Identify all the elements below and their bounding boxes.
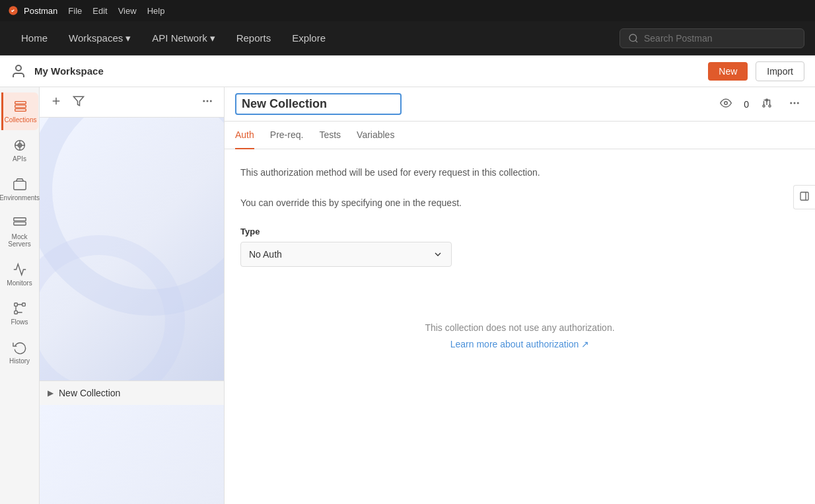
apis-icon [13, 138, 27, 153]
import-button[interactable]: Import [756, 61, 804, 81]
auth-type-select[interactable]: No Auth [240, 242, 452, 267]
main-content: 0 Auth Pre-req. Tests Variables [225, 87, 815, 504]
tab-auth[interactable]: Auth [235, 122, 254, 149]
svg-rect-10 [13, 218, 25, 221]
svg-point-3 [16, 65, 21, 71]
tab-variables[interactable]: Variables [357, 122, 394, 149]
sidebar-item-monitors[interactable]: Monitors [1, 256, 38, 293]
sidebar-label-collections: Collections [5, 116, 37, 124]
monitors-icon [13, 262, 27, 277]
no-auth-info: This collection does not use any authori… [240, 320, 799, 353]
sidebar-item-apis[interactable]: APIs [1, 131, 38, 169]
sidebar-label-environments: Environments [0, 194, 40, 201]
svg-marker-17 [74, 96, 84, 106]
nav-reports[interactable]: Reports [226, 21, 282, 55]
collection-title-input[interactable] [235, 93, 402, 115]
auth-type-value: No Auth [249, 249, 282, 260]
sidebar-item-history[interactable]: History [1, 334, 38, 371]
filter-button[interactable] [70, 92, 87, 112]
svg-rect-5 [15, 105, 26, 108]
fork-icon [761, 97, 773, 109]
type-label: Type [240, 227, 799, 236]
collection-bottom-background [40, 405, 224, 504]
nav-api-network[interactable]: API Network ▾ [141, 21, 225, 55]
svg-point-26 [794, 102, 795, 104]
user-icon [11, 63, 26, 79]
menu-help[interactable]: Help [147, 6, 165, 16]
sidebar-label-history: History [9, 357, 30, 365]
svg-point-25 [791, 102, 792, 104]
collection-empty-background [40, 118, 224, 380]
more-actions-button[interactable] [785, 93, 804, 115]
search-input[interactable] [644, 33, 796, 44]
sidebar-item-collections[interactable]: Collections [1, 92, 38, 130]
nav-explore[interactable]: Explore [281, 21, 336, 55]
tab-prereq[interactable]: Pre-req. [270, 122, 304, 149]
svg-rect-9 [13, 181, 25, 190]
svg-rect-11 [13, 222, 25, 225]
more-options-button[interactable] [199, 92, 216, 112]
panel-icon [799, 191, 810, 201]
menu-view[interactable]: View [118, 6, 137, 16]
history-icon [13, 340, 27, 355]
more-horizontal-icon [789, 97, 800, 109]
chevron-right-icon: ▶ [48, 388, 53, 398]
svg-point-21 [725, 102, 728, 105]
sidebar-label-apis: APIs [13, 155, 26, 162]
list-item[interactable]: ▶ New Collection [40, 380, 224, 405]
sidebar-item-flows[interactable]: Flows [1, 295, 38, 332]
collection-item-name: New Collection [59, 388, 120, 398]
search-bar[interactable] [620, 28, 804, 48]
svg-rect-12 [14, 303, 17, 306]
type-section: Type No Auth [240, 227, 799, 267]
filter-icon [73, 95, 85, 107]
sidebar: Collections APIs Environments Mock Serve… [0, 87, 40, 504]
svg-point-1 [629, 34, 637, 42]
watch-button[interactable] [716, 93, 736, 115]
fork-button[interactable] [757, 93, 777, 115]
mock-servers-icon [13, 216, 27, 231]
workspace-name: My Workspace [34, 65, 700, 77]
app-logo [8, 5, 18, 16]
nav-home[interactable]: Home [11, 21, 58, 55]
content-body: This authorization method will be used f… [225, 149, 815, 504]
right-panel-toggle[interactable] [793, 185, 815, 209]
svg-point-20 [211, 100, 212, 102]
svg-point-23 [769, 105, 771, 107]
editor-tabs: Auth Pre-req. Tests Variables [225, 122, 815, 149]
svg-point-19 [207, 100, 208, 102]
main-layout: Collections APIs Environments Mock Serve… [0, 87, 815, 504]
svg-point-18 [203, 100, 205, 102]
chevron-down-icon: ▾ [125, 32, 131, 44]
svg-rect-14 [14, 311, 17, 314]
sidebar-label-mock-servers: Mock Servers [4, 233, 36, 248]
app-name: Postman [24, 6, 57, 16]
svg-point-22 [763, 105, 765, 107]
add-collection-button[interactable] [48, 92, 65, 112]
titlebar-menus: File Edit View Help [63, 6, 170, 16]
tab-tests[interactable]: Tests [319, 122, 341, 149]
more-horizontal-icon [201, 95, 213, 107]
eye-icon [720, 97, 732, 109]
menu-file[interactable]: File [68, 6, 82, 16]
environments-icon [13, 177, 27, 192]
no-auth-message: This collection does not use any authori… [240, 320, 799, 336]
plus-icon [50, 95, 62, 107]
collection-toolbar [40, 87, 224, 118]
collection-panel: ▶ New Collection [40, 87, 225, 504]
sidebar-item-mock-servers[interactable]: Mock Servers [1, 209, 38, 254]
svg-point-27 [798, 102, 799, 104]
nav-workspaces[interactable]: Workspaces ▾ [58, 21, 141, 55]
auth-description-line2: You can override this by specifying one … [240, 196, 799, 210]
svg-rect-28 [800, 192, 808, 200]
fork-count: 0 [744, 99, 749, 110]
menu-edit[interactable]: Edit [92, 6, 107, 16]
chevron-down-icon: ▾ [210, 32, 215, 44]
new-button[interactable]: New [708, 62, 748, 81]
content-topbar: 0 [225, 87, 815, 122]
learn-more-link[interactable]: Learn more about authorization ↗ [450, 339, 589, 349]
svg-rect-6 [15, 109, 26, 112]
sidebar-label-monitors: Monitors [7, 279, 32, 287]
sidebar-item-environments[interactable]: Environments [1, 170, 38, 208]
workspace-header: My Workspace New Import [0, 55, 815, 87]
